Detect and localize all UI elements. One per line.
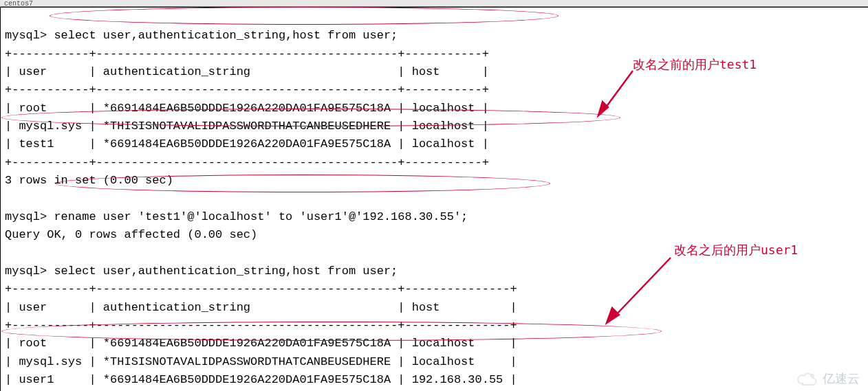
table2-sep-top: +-----------+---------------------------… <box>5 282 517 295</box>
sql-query-3: select user,authentication_string,host f… <box>54 265 398 278</box>
table1-sep-mid: +-----------+---------------------------… <box>5 83 489 96</box>
result-2: Query OK, 0 rows affected (0.00 sec) <box>5 228 257 241</box>
table1-sep-bot: +-----------+---------------------------… <box>5 156 489 169</box>
table2-sep-mid: +-----------+---------------------------… <box>5 319 517 332</box>
prompt: mysql> <box>5 210 47 223</box>
table2-row-root: | root | *6691484EA6B50DDDE1926A220DA01F… <box>5 337 517 350</box>
table1-row-root: | root | *6691484EA6B50DDDE1926A220DA01F… <box>5 102 489 115</box>
sql-query-1: select user,authentication_string,host f… <box>54 29 398 42</box>
watermark: 亿速云 <box>796 370 860 387</box>
table1-row-test1: | test1 | *6691484EA6B50DDDE1926A220DA01… <box>5 137 489 150</box>
table2-row-mysqlsys: | mysql.sys | *THISISNOTAVALIDPASSWORDTH… <box>5 355 517 368</box>
table2-header: | user | authentication_string | host | <box>5 301 517 314</box>
terminal-tab-bar: centos7 <box>0 0 868 7</box>
sql-query-2: rename user 'test1'@'localhost' to 'user… <box>54 210 468 223</box>
prompt: mysql> <box>5 29 47 42</box>
table1-header: | user | authentication_string | host | <box>5 65 489 78</box>
cloud-icon <box>796 371 820 386</box>
annotation-after-rename: 改名之后的用户user1 <box>674 242 798 258</box>
prompt: mysql> <box>5 265 47 278</box>
table1-sep-top: +-----------+---------------------------… <box>5 47 489 60</box>
table2-row-user1: | user1 | *6691484EA6B50DDDE1926A220DA01… <box>5 373 517 386</box>
table1-row-mysqlsys: | mysql.sys | *THISISNOTAVALIDPASSWORDTH… <box>5 120 489 133</box>
annotation-before-rename: 改名之前的用户test1 <box>633 56 757 73</box>
watermark-text: 亿速云 <box>823 370 860 387</box>
table1-footer: 3 rows in set (0.00 sec) <box>5 174 173 187</box>
